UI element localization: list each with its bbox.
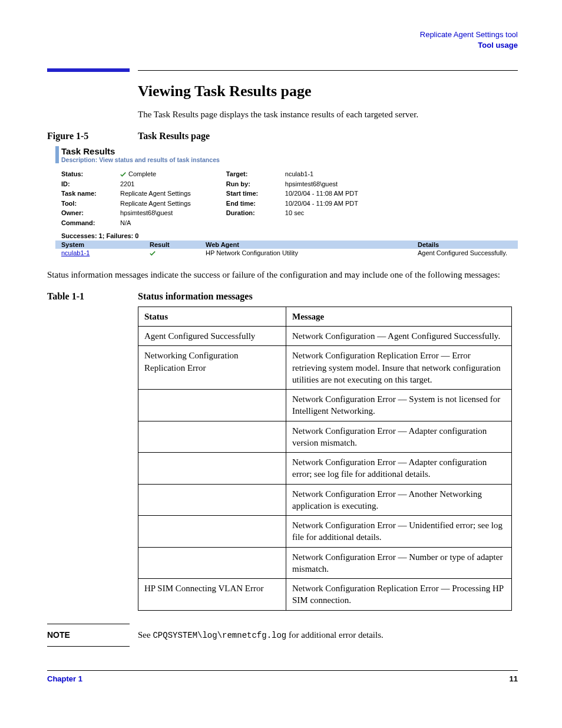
tr-result-cell <box>150 249 206 256</box>
table-row: nculab1-1 HP Network Configuration Utili… <box>55 249 518 257</box>
top-rule <box>47 68 518 72</box>
figure-label: Figure 1-5 <box>47 131 138 141</box>
table-row: Network Configuration Error — Another Ne… <box>138 484 512 516</box>
message-cell: Network Configuration Error — Number or … <box>286 547 512 579</box>
status-messages-table: Status Message Agent Configured Successf… <box>138 307 512 611</box>
table-row: Network Configuration Error — Number or … <box>138 547 512 579</box>
tr-right-column: Target:nculab1-1 Run by:hpsimtest68\gues… <box>226 169 358 228</box>
note-label: NOTE <box>47 630 138 640</box>
status-cell: Networking Configuration Replication Err… <box>138 346 286 390</box>
note-rule-bottom <box>47 646 130 647</box>
status-cell <box>138 516 286 548</box>
status-cell <box>138 484 286 516</box>
footer-page-number: 11 <box>510 674 518 683</box>
table-row: Networking Configuration Replication Err… <box>138 346 512 390</box>
note-body: See CPQSYSTEM\log\remnetcfg.log for addi… <box>138 630 518 640</box>
table-row: Network Configuration Error — System is … <box>138 390 512 421</box>
table-row: HP SIM Connecting VLAN ErrorNetwork Conf… <box>138 579 512 611</box>
tr-target-value: nculab1-1 <box>285 169 313 179</box>
table-row: Network Configuration Error — Adapter co… <box>138 421 512 453</box>
footer-chapter: Chapter 1 <box>47 674 82 683</box>
tr-command-label: Command: <box>61 218 120 228</box>
status-intro: Status information messages indicate the… <box>47 269 518 282</box>
tr-status-text: Complete <box>128 170 156 177</box>
status-cell: HP SIM Connecting VLAN Error <box>138 579 286 611</box>
tr-start-label: Start time: <box>226 189 285 199</box>
message-cell: Network Configuration Replication Error … <box>286 346 512 390</box>
check-icon <box>150 251 156 256</box>
tr-command-value: N/A <box>120 218 131 228</box>
tr-col-details: Details <box>418 241 518 248</box>
status-cell <box>138 390 286 421</box>
message-cell: Network Configuration Error — System is … <box>286 390 512 421</box>
check-icon <box>120 172 126 177</box>
tr-runby-value: hpsimtest68\guest <box>285 179 338 189</box>
table-row: Network Configuration Error — Unidentifi… <box>138 516 512 548</box>
tr-end-label: End time: <box>226 199 285 209</box>
note-pre: See <box>138 630 153 640</box>
tr-status-value: Complete <box>120 169 156 179</box>
tr-webagent-cell: HP Network Configuration Utility <box>206 249 418 256</box>
table-label: Table 1-1 <box>47 291 138 302</box>
tr-taskname-value: Replicate Agent Settings <box>120 189 191 199</box>
page-header: Replicate Agent Settings tool Tool usage <box>47 29 518 51</box>
task-results-figure: Task Results Description: View status an… <box>55 146 518 257</box>
message-cell: Network Configuration — Agent Configured… <box>286 327 512 346</box>
tr-duration-value: 10 sec <box>285 208 304 218</box>
status-cell <box>138 547 286 579</box>
tr-results-table: System Result Web Agent Details nculab1-… <box>55 241 518 257</box>
tr-col-result: Result <box>150 241 206 248</box>
tr-runby-label: Run by: <box>226 179 285 189</box>
message-cell: Network Configuration Error — Another Ne… <box>286 484 512 516</box>
table-caption-text: Status information messages <box>138 291 253 302</box>
tr-start-value: 10/20/04 - 11:08 AM PDT <box>285 189 358 199</box>
tr-tool-value: Replicate Agent Settings <box>120 199 191 209</box>
note-code: CPQSYSTEM\log\remnetcfg.log <box>153 631 286 640</box>
tr-details-cell: Agent Configured Successfully. <box>418 249 518 256</box>
tr-col-system: System <box>55 241 150 248</box>
tr-target-label: Target: <box>226 169 285 179</box>
tr-id-value: 2201 <box>120 179 134 189</box>
th-message: Message <box>286 307 512 326</box>
th-status: Status <box>138 307 286 326</box>
tr-end-value: 10/20/04 - 11:09 AM PDT <box>285 199 358 209</box>
note-rule <box>47 624 130 624</box>
header-section: Tool usage <box>47 40 518 51</box>
figure-caption-text: Task Results page <box>138 131 210 141</box>
note-block: NOTE See CPQSYSTEM\log\remnetcfg.log for… <box>47 630 518 640</box>
table-caption: Table 1-1 Status information messages <box>47 291 518 302</box>
figure-caption: Figure 1-5 Task Results page <box>47 131 518 141</box>
tr-owner-value: hpsimtest68\guest <box>120 208 173 218</box>
table-row: Network Configuration Error — Adapter co… <box>138 453 512 485</box>
status-cell <box>138 453 286 485</box>
tr-system-link[interactable]: nculab1-1 <box>61 249 90 256</box>
message-cell: Network Configuration Error — Adapter co… <box>286 453 512 485</box>
message-cell: Network Configuration Error — Unidentifi… <box>286 516 512 548</box>
status-cell: Agent Configured Successfully <box>138 327 286 346</box>
tr-id-label: ID: <box>61 179 120 189</box>
tr-status-label: Status: <box>61 169 120 179</box>
section-title: Viewing Task Results page <box>138 83 518 100</box>
message-cell: Network Configuration Replication Error … <box>286 579 512 611</box>
header-doc-title: Replicate Agent Settings tool <box>47 29 518 40</box>
tr-owner-label: Owner: <box>61 208 120 218</box>
tr-title: Task Results <box>61 146 518 156</box>
message-cell: Network Configuration Error — Adapter co… <box>286 421 512 453</box>
table-row: Agent Configured SuccessfullyNetwork Con… <box>138 327 512 346</box>
section-intro: The Task Results page displays the task … <box>138 108 518 121</box>
tr-description: Description: View status and results of … <box>61 156 518 163</box>
tr-duration-label: Duration: <box>226 208 285 218</box>
tr-tool-label: Tool: <box>61 199 120 209</box>
tr-taskname-label: Task name: <box>61 189 120 199</box>
tr-col-webagent: Web Agent <box>206 241 418 248</box>
note-post: for additional error details. <box>286 630 384 640</box>
status-cell <box>138 421 286 453</box>
page-footer: Chapter 1 11 <box>47 670 518 683</box>
tr-left-column: Status: Complete ID:2201 Task name:Repli… <box>61 169 191 228</box>
tr-summary: Successes: 1; Failures: 0 <box>61 232 518 239</box>
